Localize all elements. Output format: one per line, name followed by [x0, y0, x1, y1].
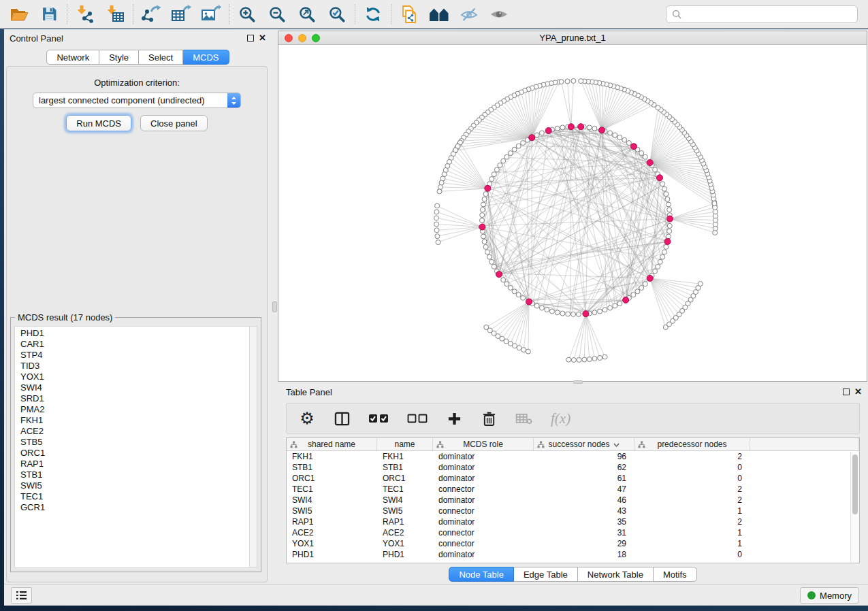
node-table: shared namenameMCDS rolesuccessor nodesp…: [286, 437, 860, 563]
table-settings-icon[interactable]: ⚙: [299, 408, 315, 429]
delete-columns-icon[interactable]: [481, 408, 497, 429]
network-canvas[interactable]: [278, 46, 867, 381]
import-table-icon[interactable]: [103, 3, 127, 25]
table-row[interactable]: ACE2ACE2connector311: [287, 527, 859, 538]
tab-motifs[interactable]: Motifs: [654, 567, 697, 582]
tree-icon: [290, 441, 298, 450]
mcds-result-item[interactable]: TEC1: [15, 491, 248, 502]
zoom-out-icon[interactable]: [265, 3, 289, 25]
close-panel-icon[interactable]: ✕: [259, 33, 266, 43]
export-table-icon[interactable]: [169, 3, 193, 25]
column-header-shared-name[interactable]: shared name: [287, 438, 377, 450]
mcds-result-item[interactable]: STP4: [15, 350, 248, 361]
export-network-icon[interactable]: [139, 3, 163, 25]
save-session-icon[interactable]: [37, 3, 61, 25]
table-row[interactable]: SWI5SWI5connector431: [287, 506, 859, 516]
import-network-icon[interactable]: [73, 3, 97, 25]
function-builder-icon: f(x): [551, 408, 570, 429]
splitter-grip[interactable]: [272, 301, 277, 312]
column-header-successor-nodes[interactable]: successor nodes: [534, 438, 634, 450]
open-file-icon[interactable]: [7, 3, 31, 25]
mcds-result-item[interactable]: ACE2: [15, 426, 248, 437]
column-header-MCDS-role[interactable]: MCDS role: [433, 438, 534, 450]
table-row[interactable]: PHD1PHD1dominator180: [287, 549, 859, 560]
tab-mcds[interactable]: MCDS: [183, 50, 229, 65]
table-close-icon[interactable]: ✕: [854, 386, 862, 397]
criterion-select[interactable]: largest connected component (undirected): [33, 93, 241, 108]
table-row[interactable]: RAP1RAP1dominator352: [287, 516, 859, 527]
table-row[interactable]: YOX1YOX1connector291: [287, 538, 859, 549]
search-input[interactable]: [685, 9, 852, 19]
vertical-splitter[interactable]: [272, 29, 278, 584]
mcds-result-item[interactable]: SRD1: [15, 393, 248, 404]
table-scrollbar[interactable]: [850, 452, 859, 563]
table-panel: Table Panel ✕ ⚙f(x) shared namenameMCDS …: [278, 383, 868, 584]
mcds-result-item[interactable]: YOX1: [15, 371, 248, 382]
mcds-result-item[interactable]: ORC1: [15, 448, 248, 459]
copy-network-icon[interactable]: [397, 3, 421, 25]
tab-network[interactable]: Network: [46, 50, 99, 65]
zoom-in-icon[interactable]: [235, 3, 259, 25]
toolbar-separator: [391, 4, 391, 24]
mcds-result-item[interactable]: GCR1: [15, 502, 248, 513]
tree-icon: [436, 441, 444, 450]
status-bar: Memory: [4, 584, 868, 606]
table-row[interactable]: FKH1FKH1dominator962: [287, 451, 859, 462]
float-panel-icon[interactable]: [247, 35, 254, 42]
tab-style[interactable]: Style: [99, 50, 139, 65]
mcds-result-item[interactable]: RAP1: [15, 459, 248, 469]
table-row[interactable]: TEC1TEC1connector472: [287, 484, 859, 495]
tab-select[interactable]: Select: [139, 50, 183, 65]
network-title: YPA_prune.txt_1: [278, 33, 867, 43]
table-row[interactable]: SWI4SWI4dominator462: [287, 495, 859, 506]
toolbar-separator: [67, 4, 67, 24]
column-header-filler: [750, 438, 859, 450]
mcds-result-item[interactable]: SWI5: [15, 480, 248, 491]
network-title-bar: YPA_prune.txt_1: [278, 31, 867, 45]
column-header-name[interactable]: name: [377, 438, 433, 450]
task-history-button[interactable]: [11, 587, 32, 604]
mcds-result-item[interactable]: STB1: [15, 469, 248, 480]
show-all-icon[interactable]: [487, 3, 511, 25]
sort-descending-icon: [613, 440, 620, 449]
tab-network-table[interactable]: Network Table: [578, 567, 654, 582]
select-all-icon[interactable]: [368, 408, 389, 429]
table-body: FKH1FKH1dominator962STB1STB1dominator620…: [287, 451, 859, 560]
mcds-result-item[interactable]: PHD1: [15, 328, 248, 339]
table-row[interactable]: STB1STB1dominator620: [287, 462, 859, 473]
memory-button[interactable]: Memory: [800, 587, 859, 604]
mcds-result-item[interactable]: PMA2: [15, 404, 248, 415]
mcds-result-item[interactable]: STB5: [15, 437, 248, 448]
mcds-result-item[interactable]: CAR1: [15, 339, 248, 350]
zoom-fit-icon[interactable]: [295, 3, 319, 25]
mcds-result-item[interactable]: FKH1: [15, 415, 248, 426]
add-column-icon[interactable]: [446, 408, 462, 429]
zoom-selected-icon[interactable]: [325, 3, 349, 25]
hide-selected-icon[interactable]: [457, 3, 481, 25]
tab-node-table[interactable]: Node Table: [449, 567, 514, 582]
refresh-view-icon[interactable]: [361, 3, 385, 25]
memory-status-icon: [807, 591, 816, 599]
mcds-list-scrollbar[interactable]: [249, 327, 257, 567]
control-panel-header: Control Panel ✕: [4, 29, 272, 47]
search-box[interactable]: [666, 5, 858, 23]
toolbar-separator: [133, 4, 133, 24]
deselect-all-icon[interactable]: [407, 408, 428, 429]
mcds-result-listbox: PHD1CAR1STP4TID3YOX1SWI4SRD1PMA2FKH1ACE2…: [14, 326, 257, 568]
column-header-predecessor-nodes[interactable]: predecessor nodes: [634, 438, 750, 450]
show-columns-icon[interactable]: [334, 408, 350, 429]
table-scrollbar-thumb[interactable]: [852, 455, 858, 514]
control-panel-tabs: NetworkStyleSelectMCDS: [4, 50, 272, 65]
export-image-icon[interactable]: [199, 3, 223, 25]
mcds-result-item[interactable]: TID3: [15, 361, 248, 371]
delete-table-icon: [515, 408, 532, 429]
mcds-result-item[interactable]: SWI4: [15, 382, 248, 393]
tab-edge-table[interactable]: Edge Table: [514, 567, 578, 582]
table-float-icon[interactable]: [843, 389, 850, 395]
network-graph[interactable]: [278, 46, 867, 381]
run-mcds-button[interactable]: Run MCDS: [66, 115, 131, 131]
close-panel-button[interactable]: Close panel: [140, 115, 208, 131]
table-row[interactable]: ORC1ORC1dominator610: [287, 473, 859, 484]
first-neighbors-icon[interactable]: [427, 3, 451, 25]
app-window: Control Panel ✕ NetworkStyleSelectMCDS O…: [4, 29, 868, 606]
